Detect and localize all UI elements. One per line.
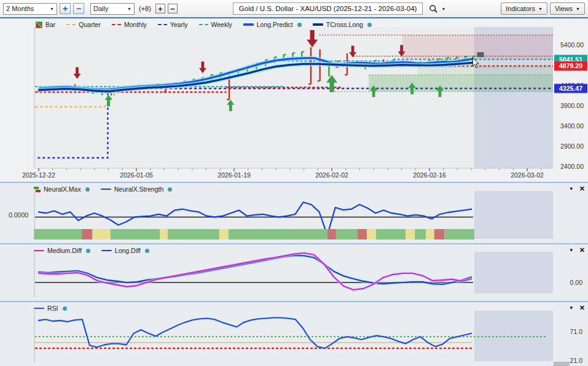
legend-label: TCross.Long xyxy=(326,21,363,28)
legend-label: Long.Predict xyxy=(257,21,293,28)
rsi-tick-21: 21.0 xyxy=(570,357,582,364)
range-select[interactable]: 2 Months ▼ xyxy=(3,3,57,15)
y-axis-label: 3400.00 xyxy=(560,122,584,130)
rsi-chart-plot[interactable] xyxy=(0,302,588,366)
bar-legend-icon xyxy=(36,21,42,28)
panel-controls: ▼ ✕ xyxy=(569,185,585,193)
legend-item-medium-diff[interactable]: Medium.Diff xyxy=(34,247,90,254)
toolbar: 2 Months ▼ + − Daily ▼ (+8) + − Gold / U… xyxy=(0,0,588,17)
future-window-zone xyxy=(474,252,553,294)
close-panel-button[interactable]: ✕ xyxy=(579,185,585,193)
offset-increase-button[interactable]: + xyxy=(155,4,165,14)
neuralx-max-strip-segment xyxy=(415,229,426,239)
collapse-panel-button[interactable]: ▼ xyxy=(569,186,574,192)
symbol-title-box[interactable]: Gold / U.S. Dollar - XAU/USD (2025-12-21… xyxy=(233,2,423,15)
panel-controls: ▼ ✕ xyxy=(569,246,585,254)
indicator-info-dot-icon[interactable] xyxy=(168,187,172,192)
indicator-info-dot-icon[interactable] xyxy=(367,23,372,27)
legend-item-quarter[interactable]: Quarter xyxy=(66,21,101,28)
legend-label: Weekly xyxy=(211,21,232,28)
neuralx-max-strip-segment xyxy=(406,229,415,239)
main-chart-legend: Bar Quarter Monthly Yearly Weekly Long.P… xyxy=(36,21,372,28)
indicator-info-dot-icon[interactable] xyxy=(297,23,302,27)
legend-item-tcross-long[interactable]: TCross.Long xyxy=(313,21,372,28)
neuralx-max-strip-segment xyxy=(111,229,160,239)
panel-controls: ▼ ✕ xyxy=(569,304,585,312)
legend-label: Bar xyxy=(45,21,55,28)
rsi-line-icon xyxy=(34,308,44,310)
symbol-search[interactable]: ▼ xyxy=(429,4,445,14)
legend-item-neuralx-max[interactable]: NeuralX.Max xyxy=(34,185,90,193)
legend-label: Quarter xyxy=(79,21,101,28)
close-panel-button[interactable]: ✕ xyxy=(579,304,585,312)
range-decrease-button[interactable]: − xyxy=(73,3,84,14)
legend-item-monthly[interactable]: Monthly xyxy=(112,21,147,28)
rsi-legend: RSI xyxy=(34,305,67,312)
tcross-long-line-icon xyxy=(313,23,323,26)
views-menu-label: Views xyxy=(555,5,573,12)
legend-item-rsi[interactable]: RSI xyxy=(34,305,67,312)
price-badge-value: 4879.20 xyxy=(559,62,582,69)
indicator-info-dot-icon[interactable] xyxy=(86,249,90,253)
legend-item-long-diff[interactable]: Long.Diff xyxy=(101,247,149,254)
diff-panel[interactable]: Medium.Diff Long.Diff 0.00 ▼ ✕ xyxy=(0,243,588,301)
range-increase-button[interactable]: + xyxy=(60,3,71,14)
interval-select[interactable]: Daily ▼ xyxy=(90,3,135,15)
indicators-menu-button[interactable]: Indicators ▼ xyxy=(501,2,547,15)
collapse-panel-button[interactable]: ▼ xyxy=(569,247,574,253)
indicator-info-dot-icon[interactable] xyxy=(145,249,149,253)
offset-decrease-button[interactable]: − xyxy=(168,4,178,14)
x-axis-label: 2026-02-16 xyxy=(413,171,446,179)
legend-label: NeuralX.Max xyxy=(44,185,81,193)
legend-item-neuralx-strength[interactable]: NeuralX.Strength xyxy=(101,185,173,193)
y-axis-label: 3900.00 xyxy=(560,102,584,109)
x-axis-label: 2026-02-02 xyxy=(315,171,348,179)
legend-item-weekly[interactable]: Weekly xyxy=(199,21,232,28)
legend-item-yearly[interactable]: Yearly xyxy=(158,21,188,28)
neuralx-max-icon xyxy=(34,187,41,192)
indicator-info-dot-icon[interactable] xyxy=(85,187,90,192)
neuralx-max-strip-segment xyxy=(426,229,434,239)
legend-label: Yearly xyxy=(170,21,188,28)
neuralx-max-strip-segment xyxy=(327,229,336,239)
x-axis-label: 2026-01-19 xyxy=(218,171,251,179)
neuralx-max-strip-segment xyxy=(367,229,376,239)
dropdown-caret-icon: ▼ xyxy=(127,7,131,11)
neuralx-max-strip-segment xyxy=(219,229,229,239)
indicator-info-dot-icon[interactable] xyxy=(63,306,67,311)
neuralx-max-strip-segment xyxy=(376,229,406,239)
close-panel-button[interactable]: ✕ xyxy=(579,246,585,254)
price-badge-value: 4325.47 xyxy=(559,85,582,92)
interval-select-value: Daily xyxy=(93,5,108,12)
y-axis-label: 5400.00 xyxy=(560,41,584,49)
rsi-line xyxy=(38,317,472,348)
y-axis-label: 2900.00 xyxy=(560,142,584,150)
collapse-panel-button[interactable]: ▼ xyxy=(569,305,574,311)
neuralx-max-strip-segment xyxy=(34,229,82,239)
legend-label: Long.Diff xyxy=(115,247,141,254)
x-axis-label: 2026-01-05 xyxy=(120,171,153,179)
forecast-zone xyxy=(418,67,553,75)
neuralx-max-strip-segment xyxy=(336,229,358,239)
main-price-chart-plot[interactable]: 2025-12-222026-01-052026-01-192026-02-02… xyxy=(0,18,588,182)
legend-item-long-predict[interactable]: Long.Predict xyxy=(243,21,302,28)
trading-app-window: 2 Months ▼ + − Daily ▼ (+8) + − Gold / U… xyxy=(0,0,588,366)
neuralx-max-strip-segment xyxy=(92,229,110,239)
neuralx-legend: NeuralX.Max NeuralX.Strength xyxy=(34,185,172,193)
monthly-line-icon xyxy=(112,24,121,25)
diff-legend: Medium.Diff Long.Diff xyxy=(34,247,149,254)
neuralx-max-strip-segment xyxy=(434,229,444,239)
rsi-panel[interactable]: RSI 71.0 21.0 ▼ ✕ xyxy=(0,301,588,366)
search-icon[interactable] xyxy=(429,4,438,14)
main-price-panel[interactable]: Bar Quarter Monthly Yearly Weekly Long.P… xyxy=(0,17,588,182)
neuralx-panel[interactable]: NeuralX.Max NeuralX.Strength 0.0000 ▼ ✕ xyxy=(0,182,588,243)
range-select-value: 2 Months xyxy=(6,5,34,12)
legend-item-bar[interactable]: Bar xyxy=(36,21,55,28)
neuralx-max-strip-segment xyxy=(168,229,219,239)
search-caret-icon[interactable]: ▼ xyxy=(441,7,445,11)
yearly-line-icon xyxy=(158,24,167,25)
neuralx-max-strip-segment xyxy=(444,229,474,239)
views-menu-button[interactable]: Views ▼ xyxy=(550,2,585,15)
x-axis-label: 2026-03-02 xyxy=(511,171,544,179)
bar-offset-label: (+8) xyxy=(137,5,153,12)
